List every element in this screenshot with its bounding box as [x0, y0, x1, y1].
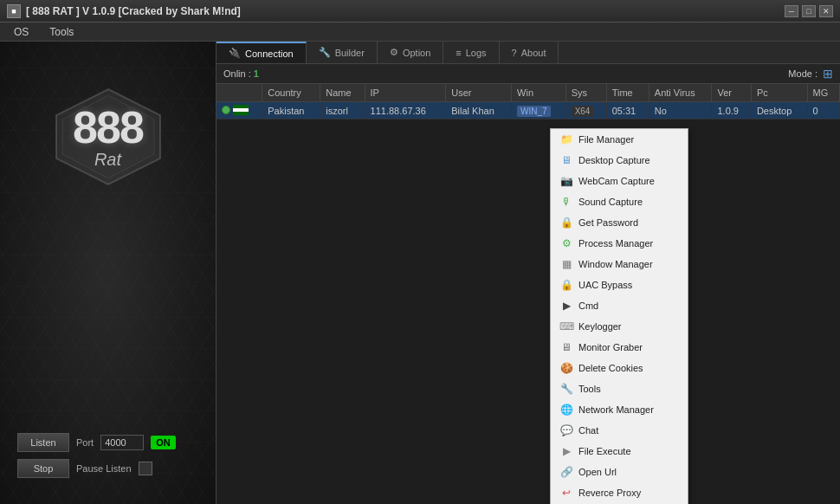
connections-table: Country Name IP User Win Sys Time Anti V…: [216, 84, 840, 120]
row-win: WIN_7: [512, 102, 566, 120]
svg-rect-4: [233, 108, 249, 112]
ctx-item-open-url[interactable]: 🔗Open Url: [551, 462, 688, 482]
get-password-icon: 🔒: [559, 216, 573, 229]
menu-os[interactable]: OS: [3, 24, 39, 40]
mode-section: Mode : ⊞: [788, 67, 833, 81]
uac-bypass-icon: 🔒: [559, 278, 573, 292]
logo-888: 888: [73, 105, 143, 150]
ctx-item-delete-cookies[interactable]: 🍪Delete Cookies: [551, 358, 688, 378]
file-manager-icon: 📁: [559, 132, 573, 146]
row-ip: 111.88.67.36: [365, 102, 446, 120]
listen-row: Listen Port ON: [17, 433, 198, 452]
maximize-button[interactable]: □: [802, 5, 816, 17]
delete-cookies-label: Delete Cookies: [578, 363, 643, 373]
monitor-graber-icon: 🖥: [559, 340, 573, 354]
tab-about[interactable]: ? About: [500, 42, 559, 63]
tab-connection-label: Connection: [245, 48, 294, 59]
tab-connection[interactable]: 🔌 Connection: [216, 42, 307, 63]
desktop-capture-icon: 🖥: [559, 153, 573, 167]
port-input[interactable]: [100, 435, 144, 450]
online-label: Onlin : 1: [223, 68, 259, 79]
network-manager-label: Network Manager: [578, 404, 654, 415]
row-flag: [216, 102, 262, 120]
open-url-label: Open Url: [578, 467, 617, 477]
ctx-item-uac-bypass[interactable]: 🔒UAC Bypass: [551, 275, 688, 295]
svg-rect-3: [233, 105, 249, 108]
window-manager-label: Window Manager: [578, 259, 653, 269]
open-url-icon: 🔗: [559, 465, 573, 479]
ctx-item-sound-capture[interactable]: 🎙Sound Capture: [551, 191, 688, 212]
tab-about-label: About: [521, 48, 546, 58]
pause-checkbox[interactable]: [139, 462, 152, 475]
context-menu: 📁File Manager🖥Desktop Capture📷WebCam Cap…: [550, 128, 688, 504]
pause-label: Pause Listen: [76, 463, 132, 474]
col-country: Country: [262, 84, 320, 102]
listen-button[interactable]: Listen: [17, 433, 69, 452]
network-manager-icon: 🌐: [559, 403, 573, 417]
keylogger-label: Keylogger: [578, 321, 622, 332]
ctx-item-monitor-graber[interactable]: 🖥Monitor Graber: [551, 337, 688, 358]
about-icon: ?: [512, 48, 517, 58]
ctx-item-network-manager[interactable]: 🌐Network Manager: [551, 399, 688, 420]
row-sys: X64: [565, 102, 606, 120]
process-manager-label: Process Manager: [578, 238, 653, 249]
tab-option[interactable]: ⚙ Option: [378, 42, 443, 63]
window-controls: ─ □ ✕: [785, 5, 833, 17]
ctx-item-keylogger[interactable]: ⌨Keylogger: [551, 316, 688, 337]
ctx-item-desktop-capture[interactable]: 🖥Desktop Capture: [551, 150, 688, 171]
get-password-label: Get Password: [578, 217, 638, 228]
stop-button[interactable]: Stop: [17, 459, 69, 478]
col-name: Name: [320, 84, 365, 102]
ctx-item-tools[interactable]: 🔧Tools: [551, 378, 688, 399]
col-user: User: [446, 84, 512, 102]
main-layout: 888 Rat Listen Port ON Stop Pause Listen: [0, 42, 840, 504]
menu-tools[interactable]: Tools: [39, 24, 84, 40]
ctx-item-reverse-proxy[interactable]: ↩Reverce Proxy: [551, 482, 688, 503]
tab-option-label: Option: [403, 48, 430, 58]
ctx-item-process-manager[interactable]: ⚙Process Manager: [551, 233, 688, 254]
ctx-item-webcam-capture[interactable]: 📷WebCam Capture: [551, 171, 688, 191]
col-antivirus: Anti Virus: [649, 84, 712, 102]
ctx-item-window-manager[interactable]: ▦Window Manager: [551, 254, 688, 275]
col-win: Win: [512, 84, 566, 102]
ctx-item-file-execute[interactable]: ▶File Execute: [551, 441, 688, 462]
monitor-graber-label: Monitor Graber: [578, 342, 643, 352]
sound-capture-label: Sound Capture: [578, 197, 643, 207]
ctx-item-get-password[interactable]: 🔒Get Password: [551, 212, 688, 233]
svg-rect-5: [233, 112, 249, 115]
tab-builder-label: Builder: [335, 48, 365, 58]
row-antivirus: No: [649, 102, 712, 120]
cmd-icon: ▶: [559, 299, 573, 313]
table-header-row: Country Name IP User Win Sys Time Anti V…: [216, 84, 840, 102]
ctx-item-chat[interactable]: 💬Chat: [551, 420, 688, 441]
col-pc: Pc: [751, 84, 807, 102]
tab-logs[interactable]: ≡ Logs: [443, 42, 499, 63]
minimize-button[interactable]: ─: [785, 5, 798, 17]
table-row[interactable]: Pakistan iszorl 111.88.67.36 Bilal Khan …: [216, 102, 840, 120]
file-execute-label: File Execute: [578, 446, 631, 456]
title-bar: ■ [ 888 RAT ] V 1.0.9 [Cracked by Shark …: [0, 0, 840, 23]
flag-icon: [233, 105, 249, 115]
tools-label: Tools: [578, 384, 601, 394]
webcam-capture-icon: 📷: [559, 174, 573, 188]
port-label: Port: [76, 437, 94, 448]
ctx-item-file-manager[interactable]: 📁File Manager: [551, 129, 688, 150]
chat-label: Chat: [578, 425, 598, 436]
close-button[interactable]: ✕: [819, 5, 833, 17]
chat-icon: 💬: [559, 423, 573, 437]
process-manager-icon: ⚙: [559, 236, 573, 250]
reverse-proxy-icon: ↩: [559, 486, 573, 500]
row-ver: 1.0.9: [712, 102, 751, 120]
connection-icon: 🔌: [229, 48, 241, 59]
ctx-item-cmd[interactable]: ▶Cmd: [551, 295, 688, 316]
row-time: 05:31: [606, 102, 649, 120]
keylogger-icon: ⌨: [559, 320, 573, 333]
left-panel: 888 Rat Listen Port ON Stop Pause Listen: [0, 42, 216, 504]
tab-builder[interactable]: 🔧 Builder: [307, 42, 378, 63]
col-mg: MG: [807, 84, 839, 102]
uac-bypass-label: UAC Bypass: [578, 280, 632, 290]
reverse-proxy-label: Reverce Proxy: [578, 488, 641, 498]
on-badge: ON: [151, 436, 176, 449]
webcam-capture-label: WebCam Capture: [578, 176, 655, 186]
controls-panel: Listen Port ON Stop Pause Listen: [9, 433, 207, 478]
